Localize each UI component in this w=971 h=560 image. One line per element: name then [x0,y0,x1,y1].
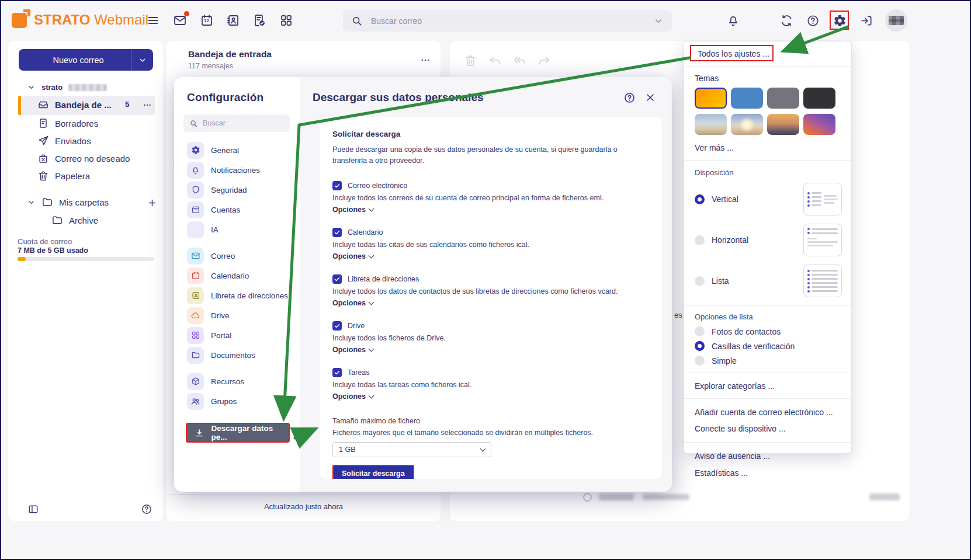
logout-icon[interactable] [859,13,874,28]
new-mail-button[interactable]: Nuevo correo [19,49,153,71]
help-icon[interactable] [805,13,820,28]
reply-icon[interactable] [488,54,502,67]
theme-photo-beach[interactable] [731,114,763,135]
theme-photo-sunset[interactable] [803,114,835,135]
avatar-redacted [889,16,904,25]
explore-categories-link[interactable]: Explorar categorías ... [684,373,851,398]
layout-option-vertical[interactable]: Vertical [684,183,851,215]
chevron-down-icon [369,346,374,352]
modal-close-icon[interactable] [643,90,658,105]
calendar-app-icon[interactable]: 12 [199,13,214,28]
inbox-more-icon[interactable] [141,99,153,111]
menu-icon[interactable] [146,13,160,27]
theme-swatch-blue[interactable] [731,88,763,109]
options-toggle[interactable]: Opciones [332,299,649,307]
checkbox-drive[interactable] [332,321,342,331]
layout-option-list[interactable]: Lista [684,265,851,305]
settings-nav-documents[interactable]: Documentos [174,345,300,365]
settings-search-input[interactable]: Buscar [203,119,226,127]
modal-help-icon[interactable] [622,90,637,105]
settings-nav-download-personal-data[interactable]: Descargar datos pe... [186,423,290,443]
settings-nav-notifications[interactable]: Notificaciones [174,160,300,180]
theme-swatch-orange-selected[interactable] [695,88,727,109]
list-options-section: Opciones de lista Fotos de contactos Cas… [684,306,851,373]
sidebar-item-archive[interactable]: Archive [51,214,98,226]
sync-icon[interactable] [779,13,794,28]
radio-unselected[interactable] [695,276,705,286]
sidebar-item-my-folders[interactable]: Mis carpetas [27,196,109,208]
add-folder-plus-icon[interactable] [146,197,158,208]
sidebar-help-icon[interactable] [140,503,153,516]
collapse-sidebar-icon[interactable] [27,503,40,516]
settings-search[interactable]: Buscar [183,114,290,132]
list-more-icon[interactable] [419,54,432,67]
layout-preview-list [803,265,842,297]
settings-modal-content: Descargar sus datos personales Solicitar… [300,77,672,492]
settings-nav-mail[interactable]: Correo [174,246,300,266]
mail-app-icon[interactable] [172,13,188,28]
connect-device-link[interactable]: Conecte su dispositivo ... [684,421,851,442]
sidebar-item-drafts[interactable]: Borradores [37,117,98,129]
bell-icon[interactable] [726,13,741,28]
checkbox-tasks[interactable] [332,368,342,377]
settings-nav-drive[interactable]: Drive [174,305,300,325]
list-refresh-status[interactable]: Actualizado justo ahora [167,502,441,511]
checkbox-addressbook[interactable] [332,274,342,284]
checkbox-calendar[interactable] [332,228,342,237]
contacts-app-icon[interactable] [226,13,241,28]
radio-selected[interactable] [695,194,705,204]
layout-option-horizontal[interactable]: Horizontal [684,224,851,256]
vacation-notice-link[interactable]: Aviso de ausencia ... [684,443,851,465]
max-size-select[interactable]: 1 GB [332,442,491,457]
theme-swatch-grey[interactable] [767,88,799,109]
radio-unselected[interactable] [695,356,705,366]
reply-all-icon[interactable] [513,54,526,67]
settings-nav-portal[interactable]: Portal [174,325,300,345]
statistics-link[interactable]: Estadísticas ... [684,465,851,487]
themes-see-more-link[interactable]: Ver más ... [695,143,841,160]
search-input[interactable]: Buscar correo [371,16,653,26]
options-toggle[interactable]: Opciones [332,392,649,401]
list-option-checkboxes[interactable]: Casillas de verificación [684,341,851,351]
new-mail-split-chevron[interactable] [131,49,153,71]
list-option-contact-photos[interactable]: Fotos de contactos [684,326,851,336]
theme-photo-city[interactable] [767,114,799,135]
radio-unselected[interactable] [695,326,705,336]
sidebar-item-sent[interactable]: Enviados [37,135,91,147]
sidebar-item-inbox[interactable]: Bandeja de ... [37,99,112,110]
settings-nav-accounts[interactable]: Cuentas [174,200,300,220]
settings-nav-calendar[interactable]: Calendario [174,266,300,286]
sidebar-item-spam[interactable]: Correo no deseado [37,152,130,164]
avatar[interactable] [885,9,907,32]
radio-selected[interactable] [695,341,705,351]
apps-grid-icon[interactable] [279,13,294,28]
settings-nav-groups[interactable]: Grupos [174,391,300,411]
settings-nav-ai[interactable]: IA [174,220,300,239]
search-bar[interactable]: Buscar correo [343,10,672,32]
request-download-button[interactable]: Solicitar descarga [332,465,414,479]
search-chevron-down-icon[interactable] [653,16,664,26]
options-toggle[interactable]: Opciones [332,346,649,354]
settings-nav-general[interactable]: General [174,140,300,160]
ai-sparkle-icon[interactable] [752,13,767,28]
unread-dot [184,11,189,16]
options-toggle[interactable]: Opciones [332,252,649,260]
settings-nav-security[interactable]: Seguridad [174,180,300,200]
tasks-app-icon[interactable] [252,13,267,28]
settings-nav-addressbook[interactable]: Libreta de direcciones [174,286,300,305]
radio-unselected[interactable] [695,235,705,245]
account-row[interactable]: strato [27,83,107,92]
all-settings-link[interactable]: Todos los ajustes ... [684,41,851,66]
settings-gear-icon[interactable] [832,13,847,28]
sidebar-item-trash[interactable]: Papelera [37,170,90,182]
options-toggle[interactable]: Opciones [332,206,649,214]
theme-photo-mountains[interactable] [695,114,727,135]
settings-nav-resources[interactable]: Recursos [174,371,300,391]
bell-icon [187,162,204,179]
list-option-simple[interactable]: Simple [684,356,851,366]
delete-mail-icon[interactable] [464,54,477,67]
forward-icon[interactable] [537,54,551,67]
checkbox-email[interactable] [332,181,342,190]
add-mail-account-link[interactable]: Añadir cuenta de correo electrónico ... [684,399,851,421]
theme-swatch-dark[interactable] [803,88,835,109]
